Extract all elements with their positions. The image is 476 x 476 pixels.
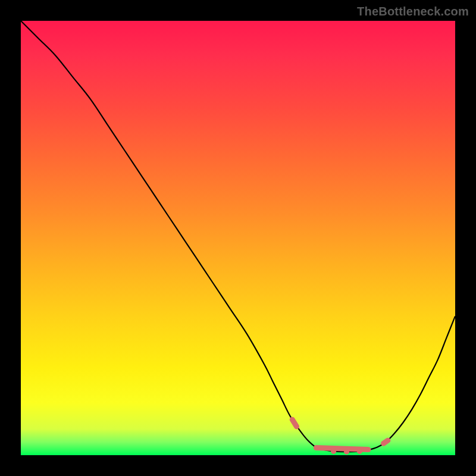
marker-segment [316,448,368,450]
bottleneck-curve [21,21,455,452]
marker-segment [292,419,296,427]
watermark-text: TheBottleneck.com [357,5,469,18]
chart-svg [21,21,455,455]
marker-dot [357,449,362,454]
marker-dot [331,449,336,454]
marker-group [292,419,388,455]
chart-container: TheBottleneck.com [0,0,476,476]
marker-segment [384,440,388,443]
plot-area [21,21,455,455]
marker-dot [344,449,349,455]
